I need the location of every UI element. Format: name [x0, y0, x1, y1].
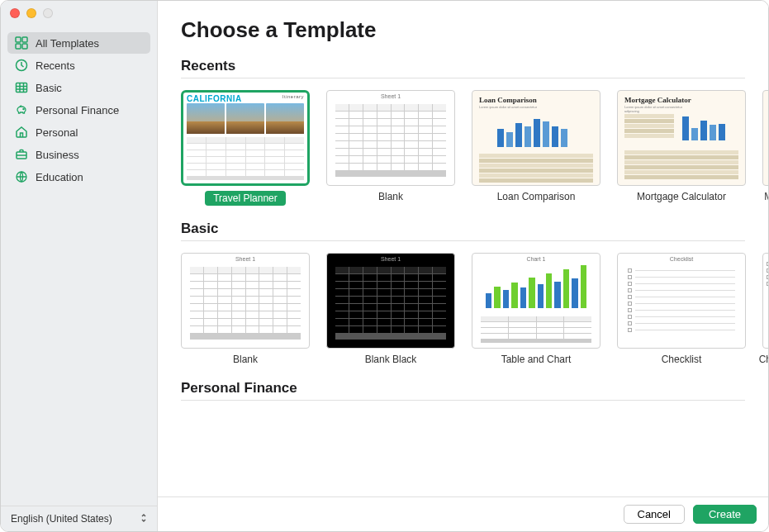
template-thumbnail: Sheet 1 [181, 253, 310, 349]
template-thumbnail: Sheet 1 [326, 253, 455, 349]
sidebar-item-personal-finance[interactable]: Personal Finance [7, 99, 150, 121]
minimize-window-button[interactable] [26, 8, 36, 18]
svg-rect-0 [16, 37, 21, 42]
house-icon [14, 125, 29, 140]
cancel-button[interactable]: Cancel [624, 505, 685, 524]
section-header-recents: Recents [181, 58, 768, 74]
sidebar-list: All Templates Recents Basic [1, 32, 157, 506]
thumb-title: CALIFORNIA Itinerary [183, 93, 307, 103]
template-blank-black[interactable]: Sheet 1 [326, 253, 455, 365]
section-header-basic: Basic [181, 221, 768, 237]
svg-point-6 [23, 108, 24, 109]
sidebar-item-label: Business [36, 149, 79, 161]
template-my-stocks[interactable]: Portfolio $60000.00 My Stocks [762, 90, 768, 206]
sidebar-item-basic[interactable]: Basic [7, 77, 150, 98]
template-thumbnail: Portfolio $60000.00 [762, 90, 768, 186]
table-icon [14, 80, 29, 95]
sidebar-item-label: Personal Finance [36, 104, 119, 116]
divider [181, 240, 745, 241]
sidebar-item-all-templates[interactable]: All Templates [7, 32, 150, 54]
sidebar-item-label: Basic [36, 82, 62, 94]
body: All Templates Recents Basic [1, 1, 768, 531]
template-label: Loan Comparison [497, 191, 576, 202]
template-thumbnail [762, 253, 768, 349]
chevron-up-down-icon [140, 513, 147, 525]
template-row-basic: Sheet 1 [181, 253, 768, 365]
sidebar-item-education[interactable]: Education [7, 166, 150, 188]
sidebar-item-business[interactable]: Business [7, 144, 150, 165]
section-header-personal-finance: Personal Finance [181, 380, 768, 397]
svg-rect-3 [22, 44, 27, 49]
sidebar-item-label: Personal [36, 126, 78, 139]
template-label: Travel Planner [205, 191, 286, 206]
template-label: Checklist [759, 354, 768, 365]
create-button[interactable]: Create [693, 505, 757, 524]
template-thumbnail: Chart 1 [472, 253, 600, 349]
zoom-window-button[interactable] [43, 8, 53, 18]
template-label: My Stocks [764, 191, 768, 202]
divider [181, 400, 745, 401]
grid-icon [14, 36, 29, 50]
template-table-and-chart[interactable]: Chart 1 [472, 253, 600, 365]
template-checklist-2[interactable]: Checklist [762, 253, 768, 365]
template-loan-comparison[interactable]: Loan Comparison Lorem ipsum dolor sit am… [472, 90, 600, 206]
piggy-bank-icon [14, 102, 29, 117]
template-row-recents: CALIFORNIA Itinerary [181, 90, 768, 206]
clock-icon [14, 58, 29, 73]
page-title: Choose a Template [181, 17, 768, 43]
template-thumbnail: Loan Comparison Lorem ipsum dolor sit am… [472, 90, 600, 186]
svg-rect-2 [16, 44, 21, 49]
template-scroll[interactable]: Choose a Template Recents CALIFORNIA Iti… [158, 1, 768, 496]
sidebar-item-label: All Templates [36, 37, 99, 50]
template-label: Checklist [662, 354, 702, 365]
template-thumbnail: Sheet 1 [326, 90, 455, 186]
sidebar-item-label: Recents [36, 59, 75, 72]
language-selector[interactable]: English (United States) [1, 506, 157, 531]
main-area: Choose a Template Recents CALIFORNIA Iti… [158, 1, 768, 531]
sidebar-item-recents[interactable]: Recents [7, 55, 150, 76]
template-label: Blank [378, 191, 403, 202]
divider [181, 78, 745, 78]
template-thumbnail: Mortgage Calculator Lorem ipsum dolor si… [617, 90, 746, 186]
language-label: English (United States) [11, 513, 112, 525]
template-mortgage-calculator[interactable]: Mortgage Calculator Lorem ipsum dolor si… [617, 90, 746, 206]
sidebar: All Templates Recents Basic [1, 1, 158, 531]
briefcase-icon [14, 147, 29, 162]
footer-bar: Cancel Create [158, 496, 768, 531]
template-chooser-window: All Templates Recents Basic [0, 0, 769, 532]
template-travel-planner[interactable]: CALIFORNIA Itinerary [181, 90, 310, 206]
svg-rect-1 [22, 37, 27, 42]
template-blank[interactable]: Sheet 1 [326, 90, 455, 206]
template-checklist[interactable]: Checklist [617, 253, 746, 365]
template-label: Table and Chart [501, 354, 572, 365]
template-thumbnail: Checklist [617, 253, 746, 349]
sidebar-item-label: Education [36, 171, 83, 183]
svg-rect-5 [17, 83, 27, 93]
template-thumbnail: CALIFORNIA Itinerary [181, 90, 310, 186]
window-controls [10, 8, 53, 18]
template-label: Blank Black [365, 354, 417, 365]
close-window-button[interactable] [10, 8, 20, 18]
sidebar-item-personal[interactable]: Personal [7, 121, 150, 143]
template-basic-blank[interactable]: Sheet 1 [181, 253, 310, 365]
template-label: Mortgage Calculator [637, 191, 726, 202]
globe-icon [14, 169, 29, 184]
template-label: Blank [233, 354, 258, 365]
